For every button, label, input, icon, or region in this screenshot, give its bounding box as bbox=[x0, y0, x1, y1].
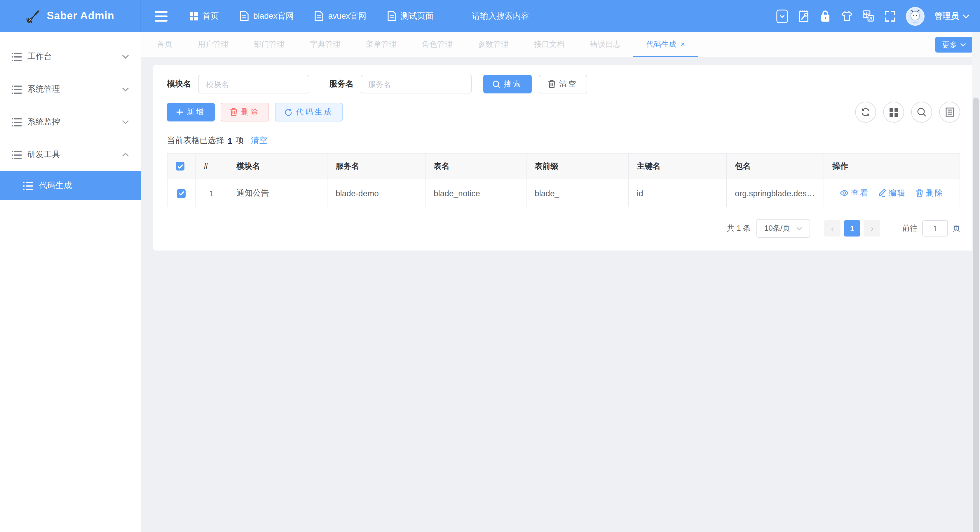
sidebar-item-workbench[interactable]: 工作台 bbox=[0, 40, 141, 73]
tab-label: 部门管理 bbox=[254, 39, 284, 49]
nav-item-home[interactable]: 首页 bbox=[181, 0, 227, 32]
tabs-bar: 首页 用户管理 部门管理 字典管理 菜单管理 角色管理 参数管理 接口文档 错误… bbox=[141, 32, 980, 58]
selection-suffix: 项 bbox=[236, 135, 244, 146]
column-header-service[interactable]: 服务名 bbox=[327, 153, 425, 179]
pagination-total: 共 1 条 bbox=[727, 223, 751, 234]
sidebar-item-code-generation[interactable]: 代码生成 bbox=[0, 171, 141, 200]
lock-icon[interactable] bbox=[819, 10, 831, 22]
more-button[interactable]: 更多 bbox=[935, 37, 973, 53]
nav-item-label: 测试页面 bbox=[401, 11, 433, 21]
layout-select-icon[interactable] bbox=[776, 10, 788, 22]
cell-package: org.springblade.desk... bbox=[726, 179, 824, 207]
tab-api-docs[interactable]: 接口文档 bbox=[521, 32, 577, 57]
trash-icon bbox=[230, 108, 237, 116]
search-button-label: 搜索 bbox=[504, 79, 522, 89]
column-header-package[interactable]: 包名 bbox=[726, 153, 824, 179]
tab-label: 代码生成 bbox=[646, 39, 676, 49]
tab-role-management[interactable]: 角色管理 bbox=[409, 32, 465, 57]
tab-code-generation[interactable]: 代码生成 × bbox=[633, 32, 698, 57]
tab-user-management[interactable]: 用户管理 bbox=[185, 32, 241, 57]
cell-prefix: blade_ bbox=[526, 179, 628, 207]
grid-icon bbox=[190, 12, 198, 20]
add-button[interactable]: 新增 bbox=[167, 103, 215, 121]
header-search-input[interactable]: 请输入搜索内容 bbox=[472, 11, 565, 21]
scrollbar-thumb[interactable] bbox=[973, 97, 979, 532]
nav-item-testpage[interactable]: 测试页面 bbox=[379, 0, 442, 32]
filter-form: 模块名 服务名 搜索 bbox=[167, 75, 960, 94]
tab-error-log[interactable]: 错误日志 bbox=[577, 32, 633, 57]
scrollbar-track[interactable] bbox=[972, 32, 980, 532]
edit-link[interactable]: 编辑 bbox=[878, 188, 907, 198]
column-header-actions: 操作 bbox=[824, 153, 960, 179]
page-size-value: 10条/页 bbox=[764, 223, 790, 234]
sidebar-item-dev-tools[interactable]: 研发工具 bbox=[0, 139, 141, 171]
goto-page-input[interactable] bbox=[922, 220, 948, 237]
service-name-input[interactable] bbox=[361, 75, 472, 94]
tab-label: 菜单管理 bbox=[366, 39, 396, 49]
nav-item-avuex[interactable]: avuex官网 bbox=[307, 0, 375, 32]
tab-menu-management[interactable]: 菜单管理 bbox=[353, 32, 409, 57]
code-generate-button[interactable]: 代码生成 bbox=[275, 103, 343, 121]
list-icon bbox=[12, 118, 22, 126]
pager: ‹ 1 › bbox=[824, 220, 880, 237]
column-header-table[interactable]: 表名 bbox=[425, 153, 526, 179]
user-menu[interactable]: 管理员 bbox=[934, 11, 969, 21]
app-logo[interactable]: Saber Admin bbox=[0, 0, 141, 32]
chevron-down-icon bbox=[122, 120, 129, 124]
prev-page-button[interactable]: ‹ bbox=[824, 220, 840, 237]
page-size-select[interactable]: 10条/页 bbox=[756, 219, 810, 238]
column-header-prefix[interactable]: 表前缀 bbox=[526, 153, 628, 179]
service-name-label: 服务名 bbox=[329, 79, 354, 89]
fullscreen-icon[interactable] bbox=[884, 10, 896, 22]
tab-department-management[interactable]: 部门管理 bbox=[241, 32, 297, 57]
sword-logo-icon bbox=[26, 8, 41, 24]
page-content: 模块名 服务名 搜索 bbox=[141, 58, 980, 532]
sidebar-collapse-icon[interactable] bbox=[151, 6, 171, 26]
sidebar-item-system-monitor[interactable]: 系统监控 bbox=[0, 106, 141, 139]
delete-button[interactable]: 删除 bbox=[221, 103, 269, 121]
nav-item-bladex[interactable]: bladex官网 bbox=[232, 0, 302, 32]
select-all-checkbox[interactable] bbox=[176, 162, 185, 171]
edit-link-label: 编辑 bbox=[888, 188, 907, 198]
app-window: Saber Admin 首页 bbox=[0, 0, 980, 532]
tab-label: 参数管理 bbox=[478, 39, 508, 49]
column-header-module[interactable]: 模块名 bbox=[228, 153, 327, 179]
module-name-input[interactable] bbox=[199, 75, 309, 94]
user-avatar[interactable] bbox=[906, 7, 924, 25]
cell-pk: id bbox=[628, 179, 726, 207]
row-checkbox[interactable] bbox=[177, 189, 186, 198]
tab-home[interactable]: 首页 bbox=[144, 32, 185, 57]
cell-module: 通知公告 bbox=[228, 179, 327, 207]
clear-filter-button-label: 清空 bbox=[559, 79, 578, 89]
column-header-pk[interactable]: 主键名 bbox=[628, 153, 726, 179]
column-settings-icon[interactable] bbox=[939, 102, 960, 123]
tab-param-management[interactable]: 参数管理 bbox=[465, 32, 521, 57]
column-header-index[interactable]: # bbox=[195, 153, 228, 179]
clear-filter-button[interactable]: 清空 bbox=[539, 75, 587, 94]
search-toggle-icon[interactable] bbox=[911, 102, 932, 123]
pencil-icon bbox=[878, 189, 886, 197]
language-icon[interactable]: 中 A bbox=[863, 10, 874, 22]
tab-close-icon[interactable]: × bbox=[681, 40, 685, 48]
refresh-table-icon[interactable] bbox=[855, 102, 876, 123]
view-link[interactable]: 查看 bbox=[840, 188, 869, 198]
delete-link[interactable]: 删除 bbox=[916, 188, 944, 198]
clear-selection-link[interactable]: 清空 bbox=[251, 135, 267, 146]
page-number-1[interactable]: 1 bbox=[844, 220, 860, 237]
table-tools bbox=[855, 102, 960, 123]
tab-label: 角色管理 bbox=[422, 39, 452, 49]
search-button[interactable]: 搜索 bbox=[483, 75, 532, 94]
document-icon bbox=[240, 11, 249, 21]
sidebar-item-label: 工作台 bbox=[27, 51, 122, 62]
table-row[interactable]: 1 通知公告 blade-demo blade_notice blade_ id… bbox=[167, 179, 960, 207]
nav-item-label: bladex官网 bbox=[253, 11, 294, 21]
sidebar-item-system-management[interactable]: 系统管理 bbox=[0, 73, 141, 106]
sidebar-item-label: 研发工具 bbox=[27, 150, 122, 160]
table-header-row: # 模块名 服务名 表名 表前缀 主键名 包名 操作 bbox=[167, 153, 960, 179]
grid-view-icon[interactable] bbox=[883, 102, 904, 123]
tab-label: 首页 bbox=[157, 39, 172, 49]
debug-tool-icon[interactable] bbox=[798, 10, 810, 22]
tab-dictionary-management[interactable]: 字典管理 bbox=[297, 32, 353, 57]
next-page-button[interactable]: › bbox=[864, 220, 880, 237]
theme-icon[interactable] bbox=[841, 10, 853, 22]
